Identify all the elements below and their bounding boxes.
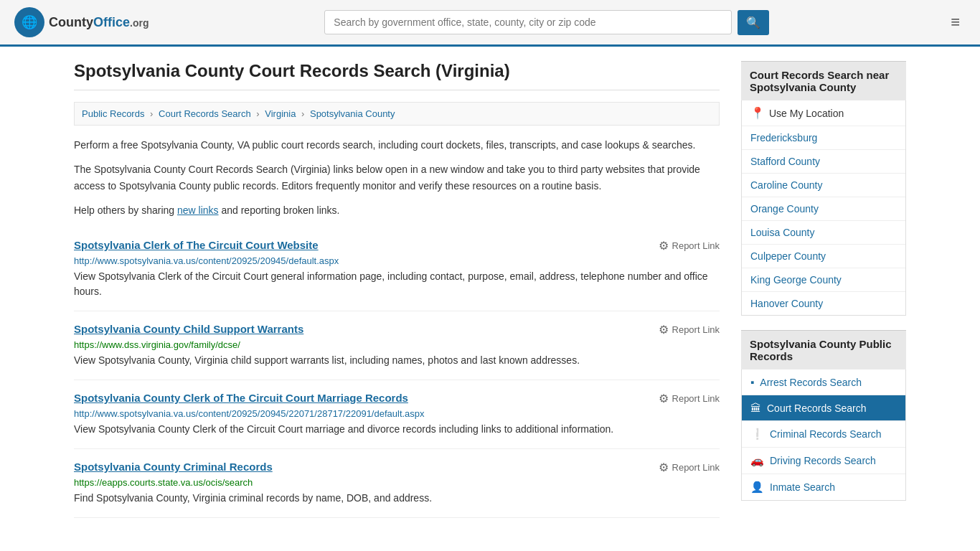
result-url-2[interactable]: https://www.dss.virginia.gov/family/dcse… [74,339,720,350]
results-list: Spotsylvania Clerk of The Circuit Court … [74,227,720,518]
logo-icon: 🌐 [14,7,44,37]
sidebar-records-driving: 🚗 Driving Records Search [742,448,905,474]
site-header: 🌐 CountyOffice.org 🔍 ≡ [0,0,980,47]
sidebar-link-orange-county[interactable]: Orange County [742,197,905,220]
menu-button[interactable]: ≡ [945,10,966,34]
arrest-icon: ▪ [750,376,754,388]
inmate-icon: 👤 [750,481,764,494]
result-title-1[interactable]: Spotsylvania Clerk of The Circuit Court … [74,239,319,251]
result-title-2[interactable]: Spotsylvania County Child Support Warran… [74,323,303,335]
sidebar: Court Records Search near Spotsylvania C… [741,61,906,518]
sidebar-link-inmate-search[interactable]: 👤 Inmate Search [742,474,905,500]
sidebar-item-fredericksburg: Fredericksburg [742,126,905,150]
sidebar-link-fredericksburg[interactable]: Fredericksburg [742,126,905,149]
sidebar-records-list: ▪ Arrest Records Search 🏛 Court Records … [741,369,906,501]
breadcrumb-public-records[interactable]: Public Records [82,108,144,119]
result-item-2: Spotsylvania County Child Support Warran… [74,311,720,380]
sidebar-item-orange: Orange County [742,197,905,221]
result-item-3: Spotsylvania County Clerk of The Circuit… [74,380,720,449]
sidebar-item-caroline: Caroline County [742,174,905,197]
search-input[interactable] [324,10,732,34]
criminal-icon: ❕ [750,428,764,441]
sidebar-nearby-list: 📍 Use My Location Fredericksburg Staffor… [741,100,906,316]
report-icon-2: ⚙ [659,323,669,336]
sidebar-link-king-george-county[interactable]: King George County [742,268,905,291]
search-area: 🔍 [324,10,769,35]
result-url-1[interactable]: http://www.spotsylvania.va.us/content/20… [74,255,720,266]
sidebar-item-king-george: King George County [742,268,905,292]
court-icon: 🏛 [750,402,761,414]
sidebar-link-hanover-county[interactable]: Hanover County [742,292,905,315]
result-url-4[interactable]: https://eapps.courts.state.va.us/ocis/se… [74,477,720,488]
main-container: Spotsylvania County Court Records Search… [60,47,920,532]
sidebar-item-location: 📍 Use My Location [742,100,905,126]
content-area: Spotsylvania County Court Records Search… [74,61,720,518]
report-icon-4: ⚙ [659,461,669,474]
logo-area: 🌐 CountyOffice.org [14,7,149,37]
page-title: Spotsylvania County Court Records Search… [74,61,720,90]
driving-icon: 🚗 [750,454,764,467]
sidebar-link-court-records[interactable]: 🏛 Court Records Search [742,395,905,420]
result-item-1: Spotsylvania Clerk of The Circuit Court … [74,227,720,311]
sidebar-link-criminal-records[interactable]: ❕ Criminal Records Search [742,421,905,447]
sidebar-records-title: Spotsylvania County Public Records [741,330,906,369]
description-1: Perform a free Spotsylvania County, VA p… [74,137,720,153]
result-title-4[interactable]: Spotsylvania County Criminal Records [74,461,273,473]
search-button[interactable]: 🔍 [738,10,769,35]
result-url-3[interactable]: http://www.spotsylvania.va.us/content/20… [74,408,720,419]
new-links-link[interactable]: new links [177,204,219,216]
sidebar-link-stafford-county[interactable]: Stafford County [742,150,905,173]
result-title-3[interactable]: Spotsylvania County Clerk of The Circuit… [74,392,408,404]
breadcrumb-virginia[interactable]: Virginia [265,108,296,119]
sidebar-records-inmate: 👤 Inmate Search [742,474,905,500]
report-icon-1: ⚙ [659,239,669,253]
sidebar-records-court: 🏛 Court Records Search [742,395,905,421]
sidebar-link-use-my-location[interactable]: 📍 Use My Location [742,100,905,126]
result-desc-4: Find Spotsylvania County, Virginia crimi… [74,491,720,506]
sidebar-link-louisa-county[interactable]: Louisa County [742,221,905,244]
report-link-2[interactable]: ⚙ Report Link [659,323,720,336]
description-3: Help others by sharing new links and rep… [74,202,720,218]
sidebar-item-stafford: Stafford County [742,150,905,174]
sidebar-item-hanover: Hanover County [742,292,905,315]
sidebar-records-criminal: ❕ Criminal Records Search [742,421,905,448]
breadcrumb: Public Records › Court Records Search › … [74,102,720,126]
sidebar-link-culpeper-county[interactable]: Culpeper County [742,245,905,268]
sidebar-link-driving-records[interactable]: 🚗 Driving Records Search [742,448,905,474]
report-link-4[interactable]: ⚙ Report Link [659,461,720,474]
result-desc-3: View Spotsylvania County Clerk of the Ci… [74,422,720,437]
result-desc-2: View Spotsylvania County, Virginia child… [74,353,720,368]
location-icon: 📍 [750,106,765,120]
sidebar-item-culpeper: Culpeper County [742,245,905,268]
report-link-1[interactable]: ⚙ Report Link [659,239,720,253]
logo-text: CountyOffice.org [49,15,149,30]
breadcrumb-court-records-search[interactable]: Court Records Search [159,108,251,119]
sidebar-item-louisa: Louisa County [742,221,905,245]
breadcrumb-spotsylvania[interactable]: Spotsylvania County [310,108,395,119]
sidebar-records-arrest: ▪ Arrest Records Search [742,369,905,395]
report-icon-3: ⚙ [659,392,669,405]
result-item-4: Spotsylvania County Criminal Records ⚙ R… [74,449,720,518]
report-link-3[interactable]: ⚙ Report Link [659,392,720,405]
sidebar-link-caroline-county[interactable]: Caroline County [742,174,905,197]
description-2: The Spotsylvania County Court Records Se… [74,161,720,194]
result-desc-1: View Spotsylvania Clerk of the Circuit C… [74,269,720,299]
sidebar-nearby-title: Court Records Search near Spotsylvania C… [741,61,906,100]
sidebar-link-arrest-records[interactable]: ▪ Arrest Records Search [742,369,905,395]
